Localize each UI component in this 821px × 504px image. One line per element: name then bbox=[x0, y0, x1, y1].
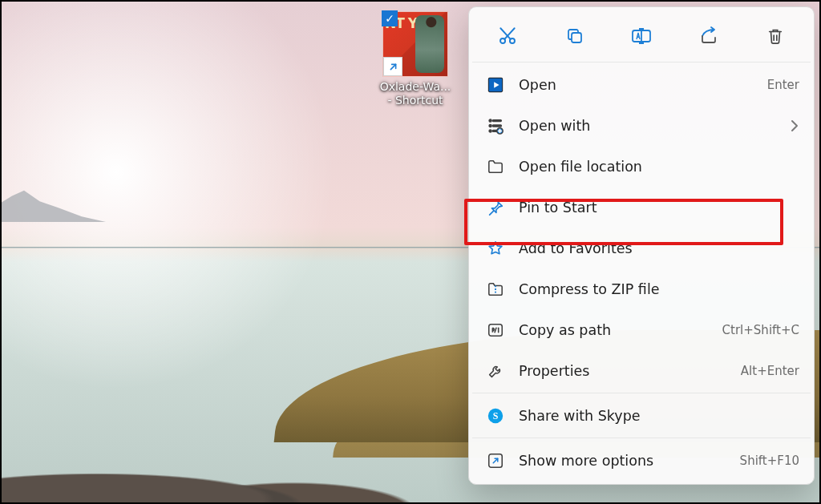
svg-point-8 bbox=[489, 124, 491, 127]
menu-item-open-with[interactable]: Open with bbox=[469, 105, 814, 146]
svg-rect-7 bbox=[492, 119, 501, 121]
menu-item-pin-to-start[interactable]: Pin to Start bbox=[469, 187, 814, 228]
skype-icon: S bbox=[485, 405, 506, 426]
open-with-icon bbox=[485, 115, 506, 136]
chevron-right-icon bbox=[790, 119, 799, 132]
trash-icon bbox=[766, 26, 784, 46]
context-menu: Open Enter Open with bbox=[468, 6, 815, 485]
rocks-shape bbox=[0, 442, 489, 504]
menu-separator bbox=[472, 393, 811, 393]
play-icon bbox=[485, 75, 506, 95]
menu-item-label: Pin to Start bbox=[519, 200, 799, 216]
svg-rect-2 bbox=[572, 33, 581, 42]
scissors-icon bbox=[497, 26, 518, 46]
quick-actions-row bbox=[469, 12, 814, 60]
menu-item-label: Show more options bbox=[519, 453, 740, 469]
menu-item-hint: Shift+F10 bbox=[740, 454, 799, 468]
delete-button[interactable] bbox=[754, 20, 796, 52]
rename-icon bbox=[631, 26, 652, 46]
shortcut-label: Oxlade-Wa... - Shortcut bbox=[375, 80, 455, 107]
menu-item-label: Open bbox=[519, 77, 767, 93]
share-button[interactable] bbox=[688, 20, 730, 52]
menu-separator bbox=[472, 437, 811, 438]
show-more-icon bbox=[485, 450, 506, 471]
menu-item-compress-zip[interactable]: Compress to ZIP file bbox=[469, 268, 814, 309]
zip-folder-icon bbox=[485, 279, 506, 300]
desktop-viewport: NT YOU ✓ Oxlade-Wa... - Shortcut bbox=[0, 0, 821, 504]
star-icon bbox=[485, 238, 506, 259]
menu-item-open[interactable]: Open Enter bbox=[469, 64, 814, 105]
svg-rect-9 bbox=[492, 125, 501, 127]
menu-item-label: Compress to ZIP file bbox=[519, 281, 799, 297]
share-icon bbox=[698, 26, 719, 46]
menu-item-label: Open with bbox=[519, 118, 783, 134]
selection-check-icon: ✓ bbox=[382, 10, 398, 26]
menu-separator bbox=[472, 62, 811, 62]
menu-item-hint: Enter bbox=[767, 78, 799, 92]
menu-item-label: Open file location bbox=[519, 159, 799, 175]
menu-item-show-more-options[interactable]: Show more options Shift+F10 bbox=[469, 440, 814, 481]
shortcut-thumbnail: NT YOU ✓ bbox=[382, 11, 448, 77]
svg-point-6 bbox=[489, 119, 491, 122]
mountain-shape bbox=[0, 177, 106, 222]
menu-item-hint: Alt+Enter bbox=[741, 364, 799, 378]
shortcut-label-line2: - Shortcut bbox=[375, 94, 455, 107]
copy-button[interactable] bbox=[554, 20, 596, 52]
shortcut-arrow-overlay-icon bbox=[383, 57, 402, 76]
menu-item-add-to-favorites[interactable]: Add to Favorites bbox=[469, 228, 814, 268]
menu-item-open-file-location[interactable]: Open file location bbox=[469, 146, 814, 187]
menu-item-label: Share with Skype bbox=[519, 408, 799, 424]
shortcut-label-line1: Oxlade-Wa... bbox=[375, 80, 455, 94]
menu-item-share-with-skype[interactable]: S Share with Skype bbox=[469, 395, 814, 436]
thumbnail-figure bbox=[415, 15, 444, 73]
menu-item-hint: Ctrl+Shift+C bbox=[722, 323, 799, 337]
menu-item-label: Add to Favorites bbox=[519, 240, 799, 256]
cut-button[interactable] bbox=[487, 20, 528, 52]
menu-item-properties[interactable]: Properties Alt+Enter bbox=[469, 350, 814, 391]
copy-icon bbox=[565, 26, 584, 46]
menu-item-copy-as-path[interactable]: Copy as path Ctrl+Shift+C bbox=[469, 309, 814, 350]
menu-item-label: Properties bbox=[519, 363, 741, 379]
menu-item-label: Copy as path bbox=[519, 322, 722, 338]
folder-icon bbox=[485, 156, 506, 177]
rename-button[interactable] bbox=[621, 20, 662, 52]
pin-icon bbox=[485, 197, 506, 218]
svg-text:S: S bbox=[493, 410, 499, 421]
desktop-shortcut[interactable]: NT YOU ✓ Oxlade-Wa... - Shortcut bbox=[375, 11, 455, 107]
svg-point-10 bbox=[489, 129, 491, 131]
copy-path-icon bbox=[485, 320, 506, 341]
wrench-icon bbox=[485, 361, 506, 381]
